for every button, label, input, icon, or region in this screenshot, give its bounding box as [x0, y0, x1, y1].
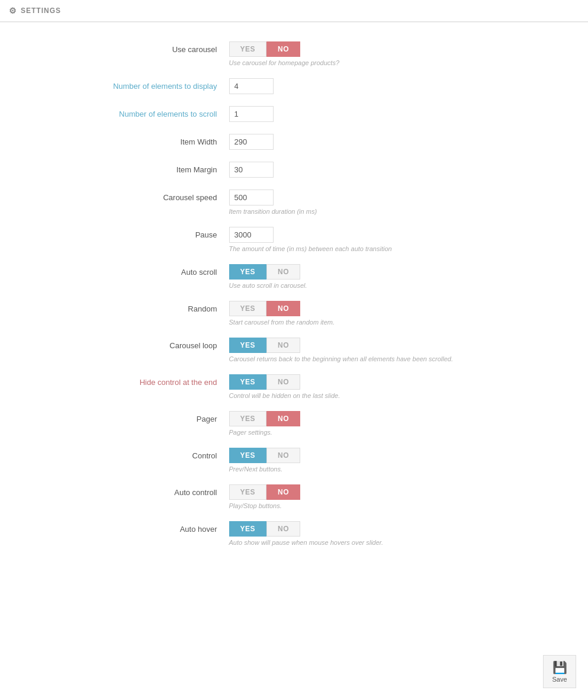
yes-btn-random[interactable]: YES [229, 301, 267, 316]
label-control: Control [57, 448, 229, 460]
control-use-carousel: YESNOUse carousel for homepage products? [229, 41, 531, 66]
input-num-elements-scroll[interactable] [229, 106, 274, 122]
yes-btn-control[interactable]: YES [229, 448, 267, 463]
no-btn-auto-hover[interactable]: NO [266, 521, 300, 537]
yes-btn-carousel-loop[interactable]: YES [229, 338, 267, 353]
toggle-random: YESNO [229, 301, 531, 316]
control-auto-hover: YESNOAuto show will pause when mouse hov… [229, 521, 531, 546]
row-control: ControlYESNOPrev/Next buttons. [57, 441, 531, 477]
yes-btn-pager[interactable]: YES [229, 411, 267, 426]
input-num-elements-display[interactable] [229, 78, 274, 94]
toggle-control: YESNO [229, 448, 531, 463]
control-hide-control: YESNOControl will be hidden on the last … [229, 374, 531, 399]
label-num-elements-display: Number of elements to display [57, 78, 229, 91]
control-num-elements-scroll [229, 106, 531, 122]
no-btn-pager[interactable]: NO [266, 411, 300, 426]
label-use-carousel: Use carousel [57, 41, 229, 54]
save-button-container: 💾 Save [543, 655, 576, 688]
hint-auto-scroll: Use auto scroll in carousel. [229, 282, 531, 289]
row-carousel-speed: Carousel speedItem transition duration (… [57, 182, 531, 220]
label-hide-control: Hide control at the end [57, 374, 229, 387]
label-carousel-speed: Carousel speed [57, 190, 229, 202]
control-random: YESNOStart carousel from the random item… [229, 301, 531, 326]
input-pause[interactable] [229, 227, 274, 243]
control-auto-scroll: YESNOUse auto scroll in carousel. [229, 264, 531, 289]
label-num-elements-scroll: Number of elements to scroll [57, 106, 229, 118]
toggle-pager: YESNO [229, 411, 531, 426]
label-item-width: Item Width [57, 134, 229, 146]
toggle-carousel-loop: YESNO [229, 338, 531, 353]
hint-use-carousel: Use carousel for homepage products? [229, 59, 531, 66]
label-auto-controll: Auto controll [57, 484, 229, 497]
control-item-margin [229, 162, 531, 178]
row-hide-control: Hide control at the endYESNOControl will… [57, 367, 531, 404]
settings-form: Use carouselYESNOUse carousel for homepa… [0, 23, 588, 563]
row-pause: PauseThe amount of time (in ms) between … [57, 220, 531, 257]
control-num-elements-display [229, 78, 531, 94]
label-auto-scroll: Auto scroll [57, 264, 229, 277]
toggle-hide-control: YESNO [229, 374, 531, 390]
row-item-margin: Item Margin [57, 155, 531, 182]
row-item-width: Item Width [57, 127, 531, 155]
no-btn-auto-controll[interactable]: NO [266, 484, 300, 500]
yes-btn-use-carousel[interactable]: YES [229, 41, 267, 57]
row-pager: PagerYESNOPager settings. [57, 404, 531, 441]
toggle-auto-controll: YESNO [229, 484, 531, 500]
control-item-width [229, 134, 531, 150]
hint-pause: The amount of time (in ms) between each … [229, 245, 531, 252]
control-auto-controll: YESNOPlay/Stop buttons. [229, 484, 531, 509]
yes-btn-auto-scroll[interactable]: YES [229, 264, 267, 280]
no-btn-auto-scroll[interactable]: NO [266, 264, 300, 280]
save-icon: 💾 [552, 660, 567, 675]
label-pause: Pause [57, 227, 229, 239]
label-carousel-loop: Carousel loop [57, 338, 229, 350]
row-num-elements-display: Number of elements to display [57, 71, 531, 99]
input-carousel-speed[interactable] [229, 190, 274, 205]
label-auto-hover: Auto hover [57, 521, 229, 534]
header-title: SETTINGS [21, 7, 61, 15]
control-pause: The amount of time (in ms) between each … [229, 227, 531, 252]
toggle-auto-scroll: YESNO [229, 264, 531, 280]
yes-btn-auto-controll[interactable]: YES [229, 484, 267, 500]
hint-auto-hover: Auto show will pause when mouse hovers o… [229, 539, 531, 546]
no-btn-control[interactable]: NO [266, 448, 300, 463]
hint-pager: Pager settings. [229, 429, 531, 436]
label-item-margin: Item Margin [57, 162, 229, 174]
header: ⚙ SETTINGS [0, 0, 588, 22]
input-item-width[interactable] [229, 134, 274, 150]
control-carousel-loop: YESNOCarousel returns back to the beginn… [229, 338, 531, 362]
yes-btn-hide-control[interactable]: YES [229, 374, 267, 390]
hint-auto-controll: Play/Stop buttons. [229, 502, 531, 509]
hint-random: Start carousel from the random item. [229, 319, 531, 326]
row-carousel-loop: Carousel loopYESNOCarousel returns back … [57, 330, 531, 367]
no-btn-carousel-loop[interactable]: NO [266, 338, 300, 353]
row-auto-controll: Auto controllYESNOPlay/Stop buttons. [57, 477, 531, 514]
yes-btn-auto-hover[interactable]: YES [229, 521, 267, 537]
label-pager: Pager [57, 411, 229, 423]
hint-carousel-loop: Carousel returns back to the beginning w… [229, 355, 531, 362]
toggle-use-carousel: YESNO [229, 41, 531, 57]
no-btn-random[interactable]: NO [266, 301, 300, 316]
row-num-elements-scroll: Number of elements to scroll [57, 99, 531, 127]
label-random: Random [57, 301, 229, 313]
toggle-auto-hover: YESNO [229, 521, 531, 537]
hint-control: Prev/Next buttons. [229, 465, 531, 473]
control-carousel-speed: Item transition duration (in ms) [229, 190, 531, 215]
save-button[interactable]: 💾 Save [543, 655, 576, 688]
hint-hide-control: Control will be hidden on the last slide… [229, 392, 531, 399]
row-auto-hover: Auto hoverYESNOAuto show will pause when… [57, 514, 531, 551]
hint-carousel-speed: Item transition duration (in ms) [229, 208, 531, 215]
row-auto-scroll: Auto scrollYESNOUse auto scroll in carou… [57, 257, 531, 294]
row-use-carousel: Use carouselYESNOUse carousel for homepa… [57, 34, 531, 71]
no-btn-hide-control[interactable]: NO [266, 374, 300, 390]
row-random: RandomYESNOStart carousel from the rando… [57, 294, 531, 330]
control-pager: YESNOPager settings. [229, 411, 531, 436]
input-item-margin[interactable] [229, 162, 274, 178]
no-btn-use-carousel[interactable]: NO [266, 41, 300, 57]
gear-icon: ⚙ [9, 6, 17, 15]
save-label: Save [552, 676, 567, 683]
control-control: YESNOPrev/Next buttons. [229, 448, 531, 473]
